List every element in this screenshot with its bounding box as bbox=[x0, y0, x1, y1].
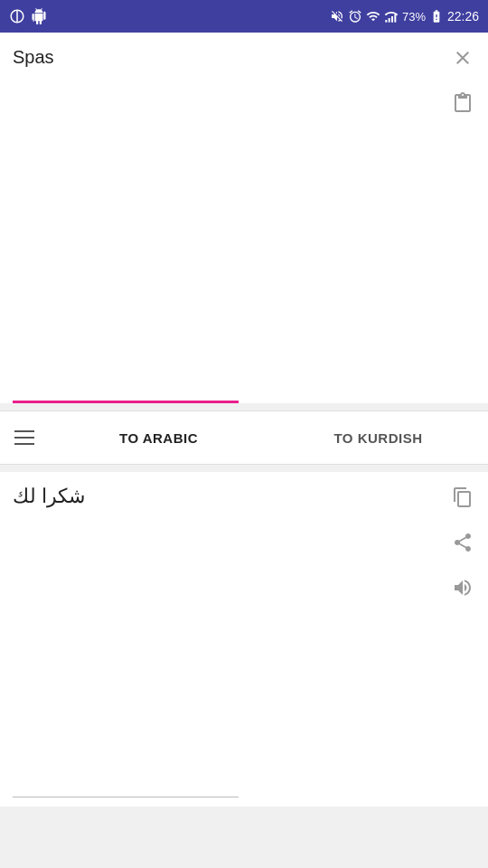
input-action-buttons bbox=[446, 42, 479, 119]
wifi-icon bbox=[366, 9, 380, 24]
close-icon bbox=[452, 47, 474, 69]
output-underline bbox=[13, 797, 239, 797]
share-icon bbox=[452, 532, 474, 553]
globe-icon bbox=[9, 8, 25, 24]
android-icon bbox=[31, 8, 47, 24]
mute-icon bbox=[330, 9, 344, 24]
translated-text: شكرا لك bbox=[13, 485, 430, 797]
paste-button[interactable] bbox=[446, 87, 479, 119]
alarm-icon bbox=[348, 9, 362, 24]
battery-icon bbox=[429, 9, 444, 24]
svg-rect-0 bbox=[385, 20, 387, 23]
time-display: 22:26 bbox=[447, 9, 479, 24]
status-right-icons: 73% 22:26 bbox=[330, 9, 479, 24]
battery-level: 73% bbox=[402, 10, 426, 24]
hamburger-icon bbox=[14, 443, 34, 445]
status-left-icons bbox=[9, 8, 47, 24]
volume-icon bbox=[452, 577, 474, 599]
hamburger-icon bbox=[14, 437, 34, 439]
hamburger-icon bbox=[14, 430, 34, 432]
source-text-input[interactable]: Spas bbox=[13, 43, 430, 401]
input-panel: Spas bbox=[0, 33, 488, 403]
copy-translation-button[interactable] bbox=[446, 481, 479, 514]
status-bar: 73% 22:26 bbox=[0, 0, 488, 33]
output-action-buttons bbox=[446, 481, 479, 604]
copy-icon bbox=[452, 486, 474, 508]
tab-bar: TO ARABIC TO KURDISH bbox=[0, 410, 488, 465]
clipboard-icon bbox=[452, 92, 474, 114]
svg-rect-2 bbox=[391, 16, 393, 23]
signal-icon bbox=[384, 9, 399, 24]
menu-button[interactable] bbox=[0, 411, 49, 464]
speak-translation-button[interactable] bbox=[446, 571, 479, 604]
output-panel: شكرا لك bbox=[0, 472, 488, 807]
clear-button[interactable] bbox=[446, 42, 479, 74]
svg-rect-1 bbox=[389, 18, 390, 23]
tab-to-kurdish[interactable]: TO KURDISH bbox=[268, 411, 488, 464]
translation-tabs: TO ARABIC TO KURDISH bbox=[49, 411, 488, 464]
svg-rect-3 bbox=[394, 14, 396, 23]
input-underline bbox=[13, 401, 239, 403]
share-translation-button[interactable] bbox=[446, 526, 479, 559]
tab-to-arabic[interactable]: TO ARABIC bbox=[49, 411, 268, 464]
